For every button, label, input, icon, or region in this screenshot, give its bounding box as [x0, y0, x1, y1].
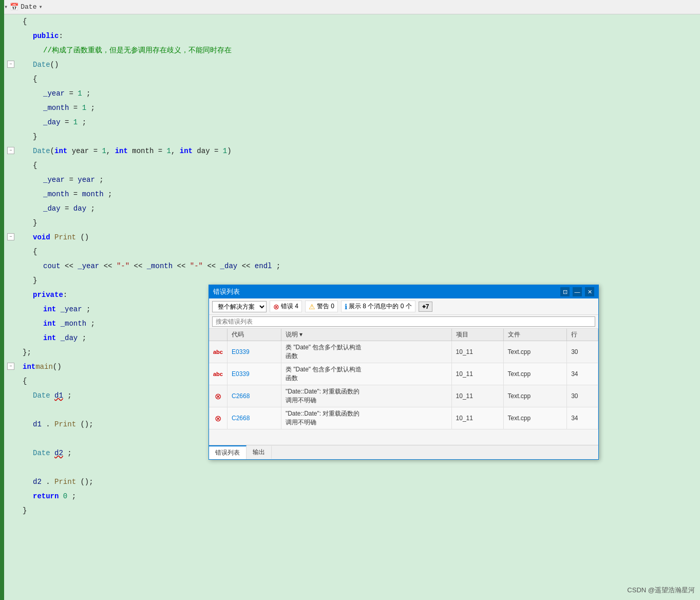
row2-code: E0339	[227, 363, 281, 385]
top-bar: ▾ 📅 Date ▾	[0, 0, 700, 14]
filter-button[interactable]: ⌖7	[419, 302, 433, 312]
watermark: CSDN @遥望浩瀚星河	[627, 586, 695, 595]
row4-line: 34	[567, 407, 598, 429]
code-line: _day = 1 ;	[23, 115, 700, 129]
row1-line: 30	[567, 341, 598, 363]
tab-error-list[interactable]: 错误列表	[209, 445, 247, 459]
warning-count-badge: ⚠ 警告 0	[305, 301, 338, 312]
row4-file: Text.cpp	[503, 407, 567, 429]
code-line: {	[23, 72, 700, 86]
row2-desc: 类 "Date" 包含多个默认构造函数	[281, 363, 451, 385]
error-row-4[interactable]: ⊗ C2668 "Date::Date": 对重载函数的调用不明确 10_11 …	[209, 407, 598, 429]
error-search-input[interactable]	[212, 316, 595, 327]
error-table: 代码 说明 ▾ 项目 文件 行 abc E0339 类 "Date" 包含多个默…	[209, 329, 598, 429]
row3-code: C2668	[227, 385, 281, 407]
top-bar-arrow: ▾	[4, 3, 8, 11]
col-file: 文件	[503, 329, 567, 341]
code-line: d2 . Print ();	[23, 475, 700, 489]
row1-icon: abc	[209, 341, 227, 363]
min-button[interactable]: —	[573, 287, 582, 296]
col-project: 项目	[451, 329, 503, 341]
row1-file: Text.cpp	[503, 341, 567, 363]
top-bar-label: Date	[21, 3, 36, 11]
error-bottom-tabs: 错误列表 输出	[209, 445, 598, 459]
row3-desc: "Date::Date": 对重载函数的调用不明确	[281, 385, 451, 407]
error-toolbar: 整个解决方案 ⊗ 错误 4 ⚠ 警告 0 ℹ 展示 8 个消息中的 0 个 ⌖7	[209, 298, 598, 315]
code-line-comment: //构成了函数重载，但是无参调用存在歧义，不能同时存在	[23, 43, 700, 58]
info-icon: ℹ	[345, 303, 347, 311]
code-line: _day = day ;	[23, 201, 700, 216]
code-line: {	[23, 158, 700, 173]
code-line: }	[23, 503, 700, 518]
code-line: public:	[23, 29, 700, 43]
code-line: _year = year ;	[23, 173, 700, 187]
col-code: 代码	[227, 329, 281, 341]
info-count-label: 展示 8 个消息中的 0 个	[349, 302, 412, 311]
collapse-btn-1[interactable]: −	[7, 61, 14, 68]
col-icon	[209, 329, 227, 341]
error-panel-spacer	[209, 429, 598, 445]
code-line: _month = month ;	[23, 187, 700, 201]
code-line: }	[23, 129, 700, 144]
code-line: }	[23, 216, 700, 230]
error-row-2[interactable]: abc E0339 类 "Date" 包含多个默认构造函数 10_11 Text…	[209, 363, 598, 385]
code-line-print: − void Print ()	[23, 230, 700, 245]
error-row-3[interactable]: ⊗ C2668 "Date::Date": 对重载函数的调用不明确 10_11 …	[209, 385, 598, 407]
collapse-btn-main[interactable]: −	[7, 363, 14, 370]
col-desc: 说明 ▾	[281, 329, 451, 341]
collapse-btn-3[interactable]: −	[7, 233, 14, 240]
row1-desc: 类 "Date" 包含多个默认构造函数	[281, 341, 451, 363]
error-icon: ⊗	[273, 303, 279, 311]
dock-button[interactable]: ⊡	[560, 287, 570, 296]
row1-code: E0339	[227, 341, 281, 363]
row3-icon: ⊗	[209, 385, 227, 407]
error-count-badge: ⊗ 错误 4	[270, 301, 302, 312]
code-line-cout: cout << _year << "-" << _month << "-" <<…	[23, 259, 700, 273]
col-line: 行	[567, 329, 598, 341]
row2-file: Text.cpp	[503, 363, 567, 385]
code-line-date-parameterized: − Date(int year = 1, int month = 1, int …	[23, 144, 700, 158]
info-count-badge: ℹ 展示 8 个消息中的 0 个	[341, 301, 415, 312]
top-bar-arrow2: ▾	[39, 3, 42, 11]
error-row-1[interactable]: abc E0339 类 "Date" 包含多个默认构造函数 10_11 Text…	[209, 341, 598, 363]
error-panel: 错误列表 ⊡ — ✕ 整个解决方案 ⊗ 错误 4 ⚠ 警告 0 ℹ 展示 8 个…	[209, 285, 599, 460]
error-search-bar	[209, 315, 598, 329]
row3-line: 30	[567, 385, 598, 407]
row3-file: Text.cpp	[503, 385, 567, 407]
row4-project: 10_11	[451, 407, 503, 429]
code-line-return: return 0 ;	[23, 489, 700, 503]
collapse-btn-2[interactable]: −	[7, 147, 14, 154]
row2-icon: abc	[209, 363, 227, 385]
tab-output[interactable]: 输出	[247, 446, 272, 459]
row2-project: 10_11	[451, 363, 503, 385]
error-panel-title-buttons: ⊡ — ✕	[560, 287, 594, 296]
code-line: _year = 1 ;	[23, 86, 700, 101]
row4-icon: ⊗	[209, 407, 227, 429]
row1-project: 10_11	[451, 341, 503, 363]
warning-count-label: 警告 0	[317, 302, 334, 311]
warning-icon: ⚠	[309, 303, 315, 311]
row4-desc: "Date::Date": 对重载函数的调用不明确	[281, 407, 451, 429]
error-panel-titlebar: 错误列表 ⊡ — ✕	[209, 285, 598, 298]
error-count-label: 错误 4	[281, 302, 298, 311]
code-line: _month = 1 ;	[23, 101, 700, 115]
solution-dropdown[interactable]: 整个解决方案	[212, 301, 267, 312]
row4-code: C2668	[227, 407, 281, 429]
top-bar-icon: 📅	[10, 3, 18, 11]
close-button[interactable]: ✕	[585, 287, 594, 296]
error-panel-title-label: 错误列表	[213, 287, 240, 296]
code-line: {	[23, 14, 700, 29]
row2-line: 34	[567, 363, 598, 385]
code-line	[23, 460, 700, 475]
row3-project: 10_11	[451, 385, 503, 407]
code-line: {	[23, 245, 700, 259]
code-line-date-default: − Date()	[23, 58, 700, 72]
